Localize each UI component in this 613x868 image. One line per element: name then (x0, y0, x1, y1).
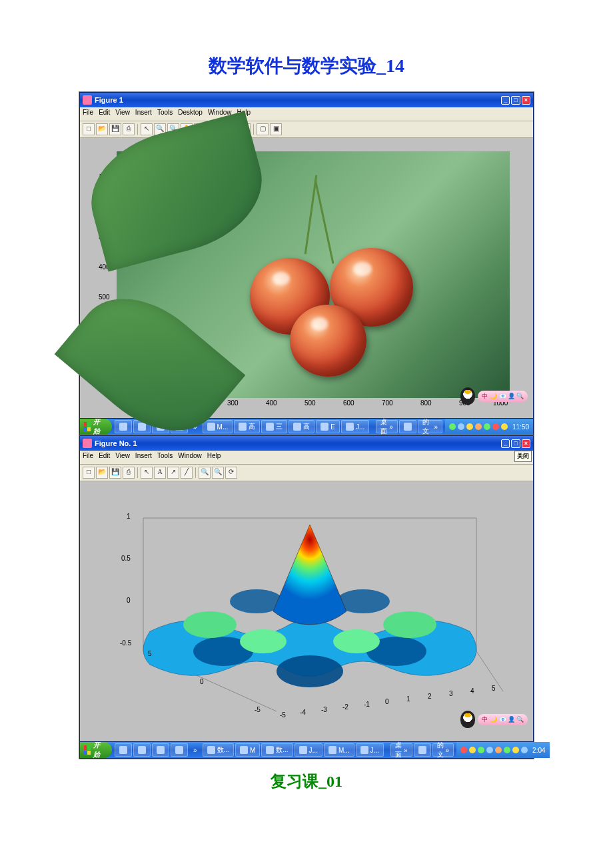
taskbar-item[interactable]: 数... (261, 743, 293, 757)
print-icon[interactable]: ⎙ (123, 467, 135, 479)
xtick: 4 (470, 687, 474, 695)
qq-widget[interactable]: 中 🌙 📧 👤 🔍 (460, 387, 528, 405)
ztick: 0.5 (121, 555, 131, 562)
taskbar-item[interactable]: 高 (289, 420, 314, 433)
svg-point-7 (277, 655, 343, 687)
taskbar-extra[interactable] (399, 420, 416, 433)
menu-help[interactable]: Help (207, 452, 221, 463)
hide-icon[interactable]: ▢ (257, 123, 269, 135)
figure2-menubar[interactable]: File Edit View Insert Tools Window Help (80, 451, 533, 465)
show-icon[interactable]: ▣ (270, 123, 282, 135)
figure1-menubar[interactable]: File Edit View Insert Tools Desktop Wind… (80, 107, 533, 121)
open-icon[interactable]: 📂 (96, 467, 108, 479)
maximize-button[interactable]: □ (511, 439, 520, 448)
xtick: 400 (266, 399, 277, 407)
menu-view[interactable]: View (115, 109, 130, 119)
close-button[interactable]: × (522, 439, 530, 448)
taskbar2[interactable]: 开始 » 数... M 数... J... M... J... 桌面 » 我的文… (80, 741, 533, 758)
pointer-icon[interactable]: ↖ (141, 123, 153, 135)
new-icon[interactable]: □ (83, 123, 95, 135)
save-icon[interactable]: 💾 (109, 123, 121, 135)
taskbar-item[interactable]: M... (324, 743, 354, 757)
arrow-icon[interactable]: ↗ (167, 467, 179, 479)
close-button[interactable]: × (522, 96, 530, 105)
systray[interactable]: 2:04 (456, 742, 549, 758)
text-icon[interactable]: A (154, 467, 166, 479)
menu-window[interactable]: Window (178, 452, 202, 463)
taskbar-item[interactable]: J... (295, 743, 322, 757)
xtick: -4 (300, 709, 306, 716)
quicklaunch-item[interactable] (115, 420, 132, 433)
page-title: 数学软件与数学实验_14 (40, 53, 573, 79)
xtick: 700 (382, 399, 393, 407)
figure1-titlebar[interactable]: Figure 1 _ □ × (80, 93, 533, 107)
quicklaunch-item[interactable] (152, 743, 169, 757)
menu-tools[interactable]: Tools (157, 452, 173, 463)
print-icon[interactable]: ⎙ (123, 123, 135, 135)
windows-logo-icon (84, 745, 91, 755)
taskbar-item[interactable]: E (316, 420, 340, 433)
page-subtitle: 复习课_01 (40, 771, 573, 792)
svg-point-12 (240, 629, 287, 653)
zoomout-icon[interactable]: 🔍 (212, 467, 224, 479)
taskbar-item[interactable]: M... (203, 420, 233, 433)
systray[interactable]: 11:50 (445, 419, 533, 435)
taskbar-item[interactable]: 高 (234, 420, 260, 433)
xtick: 600 (343, 399, 354, 407)
menu-insert[interactable]: Insert (135, 452, 152, 463)
taskbar-item[interactable]: M (235, 743, 260, 757)
xtick: 2 (428, 693, 432, 700)
matlab-icon (83, 95, 92, 105)
xtick: 5 (148, 650, 152, 657)
maximize-button[interactable]: □ (511, 96, 520, 105)
line-icon[interactable]: ╱ (181, 467, 193, 479)
surf-plot (100, 491, 520, 731)
taskbar-extra[interactable] (414, 743, 431, 757)
menu-edit[interactable]: Edit (99, 452, 110, 463)
figure1-window: Figure 1 _ □ × File Edit View Insert Too… (79, 92, 534, 435)
figure2-titlebar[interactable]: Figure No. 1 _ □ × 关闭 (80, 436, 533, 451)
quicklaunch-item[interactable] (115, 743, 132, 757)
menu-tools[interactable]: Tools (157, 109, 173, 119)
start-button[interactable]: 开始 (80, 419, 112, 435)
windows-logo-icon (84, 422, 91, 431)
figure1-canvas: 100 200 300 400 500 600 700 800 100 200 … (80, 138, 533, 418)
minimize-button[interactable]: _ (501, 96, 510, 105)
taskbar-extra[interactable]: 桌面 » (390, 743, 412, 757)
taskbar-item[interactable]: 三 (261, 420, 287, 433)
xtick: 800 (420, 399, 432, 407)
xtick: 0 (200, 678, 204, 685)
svg-point-13 (333, 629, 380, 653)
menu-file[interactable]: File (83, 109, 93, 119)
taskbar-extra[interactable]: 我的文档 » (418, 420, 442, 433)
taskbar-extra[interactable]: 桌面 » (376, 420, 398, 433)
pointer-icon[interactable]: ↖ (141, 467, 153, 479)
figure2-canvas: 1 0.5 0 -0.5 5 0 -5 -5 -4 -3 -2 -1 0 1 2… (80, 481, 533, 741)
rotate3d-icon[interactable]: ⟳ (225, 467, 237, 479)
cherry-image (117, 151, 510, 398)
new-icon[interactable]: □ (83, 467, 95, 479)
menu-edit[interactable]: Edit (99, 109, 110, 119)
taskbar-extra[interactable]: 我的文档 » (432, 743, 454, 757)
open-icon[interactable]: 📂 (96, 123, 108, 135)
taskbar-item[interactable]: 数... (203, 743, 234, 757)
xtick: 1 (406, 695, 410, 703)
minimize-button[interactable]: _ (501, 439, 510, 448)
taskbar-item[interactable]: J... (341, 420, 369, 433)
figure2-window: Figure No. 1 _ □ × 关闭 File Edit View Ins… (79, 435, 534, 759)
xtick: 5 (492, 685, 496, 692)
menu-view[interactable]: View (115, 452, 130, 463)
figure2-title: Figure No. 1 (95, 439, 137, 447)
close-tooltip: 关闭 (514, 451, 532, 462)
menu-insert[interactable]: Insert (135, 109, 152, 119)
menu-file[interactable]: File (83, 452, 93, 463)
quicklaunch-item[interactable] (171, 743, 188, 757)
quicklaunch-item[interactable] (133, 743, 151, 757)
qq-widget[interactable]: 中 🌙 📧 👤 🔍 (460, 711, 528, 728)
zoomin-icon[interactable]: 🔍 (199, 467, 211, 479)
save-icon[interactable]: 💾 (109, 467, 121, 479)
start-button[interactable]: 开始 (80, 742, 112, 758)
xtick: -5 (255, 706, 261, 713)
menu-desktop[interactable]: Desktop (178, 109, 203, 119)
taskbar-item[interactable]: J... (356, 743, 384, 757)
